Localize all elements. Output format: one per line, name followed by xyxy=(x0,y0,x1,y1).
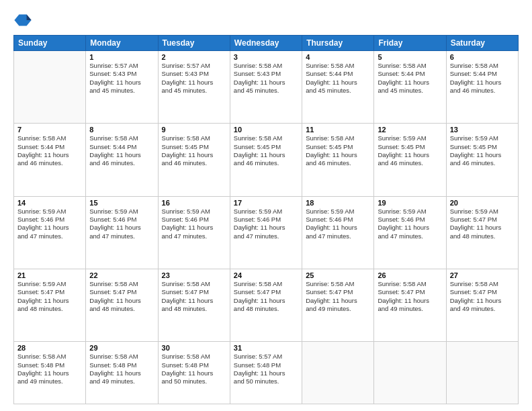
day-cell xyxy=(302,342,374,404)
day-cell: 12Sunrise: 5:59 AM Sunset: 5:45 PM Dayli… xyxy=(374,124,446,196)
day-cell: 6Sunrise: 5:58 AM Sunset: 5:44 PM Daylig… xyxy=(446,51,518,124)
weekday-header-wednesday: Wednesday xyxy=(230,36,302,51)
day-cell: 26Sunrise: 5:58 AM Sunset: 5:47 PM Dayli… xyxy=(374,269,446,342)
day-number: 27 xyxy=(450,271,515,279)
day-cell: 31Sunrise: 5:57 AM Sunset: 5:48 PM Dayli… xyxy=(230,342,302,404)
week-row-3: 14Sunrise: 5:59 AM Sunset: 5:46 PM Dayli… xyxy=(14,196,519,269)
day-cell: 9Sunrise: 5:58 AM Sunset: 5:45 PM Daylig… xyxy=(158,124,230,196)
day-number: 21 xyxy=(17,271,82,279)
day-info: Sunrise: 5:58 AM Sunset: 5:47 PM Dayligh… xyxy=(378,280,442,313)
day-cell: 29Sunrise: 5:58 AM Sunset: 5:48 PM Dayli… xyxy=(86,342,158,404)
day-info: Sunrise: 5:58 AM Sunset: 5:47 PM Dayligh… xyxy=(450,280,515,313)
week-row-4: 21Sunrise: 5:59 AM Sunset: 5:47 PM Dayli… xyxy=(14,269,519,342)
weekday-header-saturday: Saturday xyxy=(446,36,518,51)
day-info: Sunrise: 5:58 AM Sunset: 5:48 PM Dayligh… xyxy=(89,353,154,385)
day-cell: 10Sunrise: 5:58 AM Sunset: 5:45 PM Dayli… xyxy=(230,124,302,196)
day-info: Sunrise: 5:58 AM Sunset: 5:48 PM Dayligh… xyxy=(162,353,226,385)
day-info: Sunrise: 5:59 AM Sunset: 5:46 PM Dayligh… xyxy=(89,208,154,240)
logo-icon xyxy=(13,11,32,30)
day-info: Sunrise: 5:58 AM Sunset: 5:44 PM Dayligh… xyxy=(450,62,515,95)
day-number: 16 xyxy=(162,199,226,207)
day-info: Sunrise: 5:59 AM Sunset: 5:47 PM Dayligh… xyxy=(450,208,515,240)
day-info: Sunrise: 5:58 AM Sunset: 5:44 PM Dayligh… xyxy=(306,62,370,95)
day-number: 14 xyxy=(17,199,82,207)
day-number: 24 xyxy=(234,271,298,279)
day-number: 3 xyxy=(234,53,298,61)
day-cell xyxy=(446,342,518,404)
weekday-header-tuesday: Tuesday xyxy=(158,36,230,51)
day-number: 2 xyxy=(162,53,226,61)
day-info: Sunrise: 5:59 AM Sunset: 5:46 PM Dayligh… xyxy=(234,208,298,240)
day-info: Sunrise: 5:59 AM Sunset: 5:47 PM Dayligh… xyxy=(17,280,82,313)
day-number: 4 xyxy=(306,53,370,61)
day-info: Sunrise: 5:58 AM Sunset: 5:47 PM Dayligh… xyxy=(234,280,298,313)
week-row-2: 7Sunrise: 5:58 AM Sunset: 5:44 PM Daylig… xyxy=(14,124,519,196)
day-cell: 13Sunrise: 5:59 AM Sunset: 5:45 PM Dayli… xyxy=(446,124,518,196)
svg-marker-1 xyxy=(27,15,32,20)
day-number: 23 xyxy=(162,271,226,279)
day-number: 28 xyxy=(17,344,82,352)
day-number: 10 xyxy=(234,126,298,134)
day-cell: 16Sunrise: 5:59 AM Sunset: 5:46 PM Dayli… xyxy=(158,196,230,269)
day-number: 18 xyxy=(306,199,370,207)
day-number: 6 xyxy=(450,53,515,61)
day-cell xyxy=(374,342,446,404)
day-number: 31 xyxy=(234,344,298,352)
day-cell: 24Sunrise: 5:58 AM Sunset: 5:47 PM Dayli… xyxy=(230,269,302,342)
day-info: Sunrise: 5:59 AM Sunset: 5:45 PM Dayligh… xyxy=(450,134,515,167)
week-row-1: 1Sunrise: 5:57 AM Sunset: 5:43 PM Daylig… xyxy=(14,51,519,124)
day-cell: 8Sunrise: 5:58 AM Sunset: 5:44 PM Daylig… xyxy=(86,124,158,196)
day-info: Sunrise: 5:58 AM Sunset: 5:44 PM Dayligh… xyxy=(89,134,154,167)
day-number: 12 xyxy=(378,126,442,134)
day-number: 17 xyxy=(234,199,298,207)
day-number: 19 xyxy=(378,199,442,207)
day-number: 11 xyxy=(306,126,370,134)
day-info: Sunrise: 5:58 AM Sunset: 5:47 PM Dayligh… xyxy=(306,280,370,313)
day-number: 5 xyxy=(378,53,442,61)
day-info: Sunrise: 5:58 AM Sunset: 5:45 PM Dayligh… xyxy=(306,134,370,167)
day-cell: 19Sunrise: 5:59 AM Sunset: 5:46 PM Dayli… xyxy=(374,196,446,269)
day-info: Sunrise: 5:58 AM Sunset: 5:43 PM Dayligh… xyxy=(234,62,298,95)
day-cell: 20Sunrise: 5:59 AM Sunset: 5:47 PM Dayli… xyxy=(446,196,518,269)
day-cell: 15Sunrise: 5:59 AM Sunset: 5:46 PM Dayli… xyxy=(86,196,158,269)
day-number: 25 xyxy=(306,271,370,279)
day-number: 30 xyxy=(162,344,226,352)
day-cell: 28Sunrise: 5:58 AM Sunset: 5:48 PM Dayli… xyxy=(14,342,86,404)
weekday-header-sunday: Sunday xyxy=(14,36,86,51)
day-number: 29 xyxy=(89,344,154,352)
day-cell: 30Sunrise: 5:58 AM Sunset: 5:48 PM Dayli… xyxy=(158,342,230,404)
day-info: Sunrise: 5:58 AM Sunset: 5:45 PM Dayligh… xyxy=(234,134,298,167)
day-cell: 2Sunrise: 5:57 AM Sunset: 5:43 PM Daylig… xyxy=(158,51,230,124)
weekday-header-thursday: Thursday xyxy=(302,36,374,51)
day-info: Sunrise: 5:58 AM Sunset: 5:47 PM Dayligh… xyxy=(89,280,154,313)
day-info: Sunrise: 5:58 AM Sunset: 5:47 PM Dayligh… xyxy=(162,280,226,313)
day-cell: 11Sunrise: 5:58 AM Sunset: 5:45 PM Dayli… xyxy=(302,124,374,196)
day-info: Sunrise: 5:58 AM Sunset: 5:48 PM Dayligh… xyxy=(17,353,82,385)
weekday-header-row: SundayMondayTuesdayWednesdayThursdayFrid… xyxy=(14,36,519,51)
day-cell: 17Sunrise: 5:59 AM Sunset: 5:46 PM Dayli… xyxy=(230,196,302,269)
day-info: Sunrise: 5:58 AM Sunset: 5:44 PM Dayligh… xyxy=(378,62,442,95)
day-cell: 3Sunrise: 5:58 AM Sunset: 5:43 PM Daylig… xyxy=(230,51,302,124)
day-info: Sunrise: 5:57 AM Sunset: 5:43 PM Dayligh… xyxy=(89,62,154,95)
calendar: SundayMondayTuesdayWednesdayThursdayFrid… xyxy=(13,35,519,404)
day-cell: 23Sunrise: 5:58 AM Sunset: 5:47 PM Dayli… xyxy=(158,269,230,342)
day-info: Sunrise: 5:59 AM Sunset: 5:46 PM Dayligh… xyxy=(162,208,226,240)
header xyxy=(13,11,519,30)
day-number: 13 xyxy=(450,126,515,134)
week-row-5: 28Sunrise: 5:58 AM Sunset: 5:48 PM Dayli… xyxy=(14,342,519,404)
day-number: 9 xyxy=(162,126,226,134)
day-cell: 27Sunrise: 5:58 AM Sunset: 5:47 PM Dayli… xyxy=(446,269,518,342)
day-number: 20 xyxy=(450,199,515,207)
day-info: Sunrise: 5:59 AM Sunset: 5:46 PM Dayligh… xyxy=(378,208,442,240)
day-info: Sunrise: 5:57 AM Sunset: 5:43 PM Dayligh… xyxy=(162,62,226,95)
day-cell: 7Sunrise: 5:58 AM Sunset: 5:44 PM Daylig… xyxy=(14,124,86,196)
day-number: 7 xyxy=(17,126,82,134)
day-cell: 5Sunrise: 5:58 AM Sunset: 5:44 PM Daylig… xyxy=(374,51,446,124)
day-info: Sunrise: 5:59 AM Sunset: 5:45 PM Dayligh… xyxy=(378,134,442,167)
day-cell: 21Sunrise: 5:59 AM Sunset: 5:47 PM Dayli… xyxy=(14,269,86,342)
day-number: 1 xyxy=(89,53,154,61)
logo-text xyxy=(13,11,34,30)
day-info: Sunrise: 5:58 AM Sunset: 5:44 PM Dayligh… xyxy=(17,134,82,167)
weekday-header-monday: Monday xyxy=(86,36,158,51)
day-cell: 1Sunrise: 5:57 AM Sunset: 5:43 PM Daylig… xyxy=(86,51,158,124)
